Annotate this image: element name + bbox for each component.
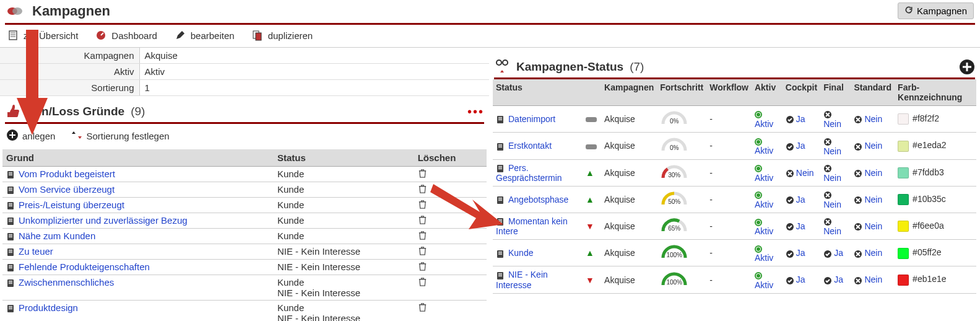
status-link[interactable]: Datenimport — [508, 114, 555, 124]
trash-icon[interactable] — [418, 278, 427, 288]
col-standard[interactable]: Standard — [851, 79, 895, 106]
toolbar-edit[interactable]: bearbeiten — [175, 30, 235, 41]
cockpit-link[interactable]: Ja — [796, 114, 805, 124]
final-link[interactable]: Nein — [823, 119, 841, 129]
final-link[interactable]: Ja — [834, 248, 843, 258]
app-logo — [6, 5, 24, 17]
table-row[interactable]: Fehlende ProdukteigenschaftenNIE - Kein … — [2, 260, 487, 275]
final-link[interactable]: Nein — [823, 200, 841, 209]
trash-icon[interactable] — [418, 216, 427, 226]
standard-link[interactable]: Nein — [864, 275, 882, 284]
table-row[interactable]: Unkomplizierter und zuverlässiger BezugK… — [2, 213, 487, 229]
final-link[interactable]: Nein — [823, 146, 841, 156]
col-grund[interactable]: Grund — [2, 149, 274, 167]
col-workflow[interactable]: Workflow — [706, 79, 752, 106]
col-loeschen[interactable]: Löschen — [414, 149, 487, 167]
col-status[interactable]: Status — [274, 149, 414, 167]
standard-link[interactable]: Nein — [864, 195, 882, 204]
add-button[interactable] — [959, 59, 975, 75]
grund-link[interactable]: Preis-/Leistung überzeugt — [19, 200, 124, 210]
col-final[interactable]: Final — [820, 79, 851, 106]
table-row[interactable]: Zu teuerNIE - Kein Interesse — [2, 244, 487, 260]
standard-link[interactable]: Nein — [864, 248, 882, 258]
trash-icon[interactable] — [418, 247, 427, 257]
trash-icon[interactable] — [418, 231, 427, 242]
grund-link[interactable]: Nähe zum Kunden — [19, 231, 95, 241]
status-link[interactable]: Erstkontakt — [508, 141, 552, 151]
status-link[interactable]: Momentan kein Intere — [496, 216, 568, 236]
cockpit-link[interactable]: Nein — [796, 168, 814, 178]
table-row[interactable]: ErstkontaktAkquise 0%-AktivJaNeinNein#e1… — [493, 133, 976, 159]
col-fortschritt[interactable]: Fortschritt — [657, 79, 706, 106]
more-icon[interactable]: ••• — [467, 105, 484, 119]
grund-link[interactable]: Zwischenmenschliches — [19, 277, 114, 288]
standard-link[interactable]: Nein — [864, 221, 882, 231]
aktiv-link[interactable]: Aktiv — [755, 200, 773, 209]
standard-link[interactable]: Nein — [864, 168, 882, 178]
status-link[interactable]: Pers. Gesprächstermin — [496, 163, 562, 183]
standard-link[interactable]: Nein — [864, 114, 882, 124]
table-row[interactable]: ProduktdesignKundeNIE - Kein Interesse — [2, 301, 487, 322]
table-row[interactable]: DatenimportAkquise 0%-AktivJaNeinNein#f8… — [493, 106, 976, 133]
toolbar-overview[interactable]: zur Übersicht — [7, 30, 78, 41]
cockpit-link[interactable]: Ja — [796, 195, 805, 204]
svg-rect-17 — [9, 190, 12, 191]
grund-link[interactable]: Zu teuer — [19, 246, 53, 257]
status-link[interactable]: Kunde — [508, 248, 533, 258]
aktiv-link[interactable]: Aktiv — [755, 173, 773, 183]
cell-grund: Vom Produkt begeistert — [2, 167, 274, 182]
col-status[interactable]: Status — [493, 79, 583, 106]
color-swatch — [898, 275, 909, 286]
cell-color: #7fddb3 — [895, 159, 976, 186]
trash-icon[interactable] — [418, 185, 427, 195]
cockpit-link[interactable]: Ja — [796, 248, 805, 258]
final-link[interactable]: Ja — [834, 275, 843, 284]
grund-link[interactable]: Vom Produkt begeistert — [19, 169, 115, 179]
col-farb[interactable]: Farb-Kennzeichnung — [895, 79, 976, 106]
grund-link[interactable]: Produktdesign — [19, 302, 78, 313]
cockpit-link[interactable]: Ja — [796, 141, 805, 151]
sortierung-button[interactable]: Sortierung festlegen — [71, 130, 169, 143]
col-aktiv[interactable]: Aktiv — [752, 79, 783, 106]
aktiv-link[interactable]: Aktiv — [755, 119, 773, 129]
table-row[interactable]: Vom Service überzeugtKunde — [2, 182, 487, 198]
table-row[interactable]: Angebotsphase▲Akquise 50%-AktivJaNeinNei… — [493, 186, 976, 213]
trash-icon[interactable] — [418, 200, 427, 211]
grund-link[interactable]: Fehlende Produkteigenschaften — [19, 262, 150, 272]
status-link[interactable]: Angebotsphase — [508, 195, 568, 204]
table-row[interactable]: Nähe zum KundenKunde — [2, 229, 487, 244]
table-row[interactable]: Pers. Gesprächstermin▲Akquise 30%-AktivN… — [493, 159, 976, 186]
final-link[interactable]: Nein — [823, 226, 841, 236]
cockpit-link[interactable]: Ja — [796, 275, 805, 284]
col-cockpit[interactable]: Cockpit — [783, 79, 820, 106]
trash-icon[interactable] — [418, 303, 427, 314]
aktiv-link[interactable]: Aktiv — [755, 253, 773, 263]
cell-workflow: - — [706, 159, 752, 186]
toolbar-duplicate[interactable]: duplizieren — [252, 30, 313, 41]
aktiv-link[interactable]: Aktiv — [755, 280, 773, 290]
table-row[interactable]: Vom Produkt begeistertKunde — [2, 167, 487, 182]
arrow-up-icon: ▲ — [586, 248, 594, 258]
grund-link[interactable]: Vom Service überzeugt — [19, 184, 115, 195]
grund-link[interactable]: Unkomplizierter und zuverlässiger Bezug — [19, 215, 188, 226]
standard-link[interactable]: Nein — [864, 141, 882, 151]
table-row[interactable]: Preis-/Leistung überzeugtKunde — [2, 198, 487, 213]
progress-gauge: 100% — [660, 245, 688, 258]
table-row[interactable]: Momentan kein Intere▼Akquise 65%-AktivJa… — [493, 213, 976, 240]
progress-gauge: 30% — [660, 165, 688, 178]
refresh-button[interactable]: Kampagnen — [898, 2, 974, 19]
table-row[interactable]: ZwischenmenschlichesKundeNIE - Kein Inte… — [2, 275, 487, 301]
aktiv-link[interactable]: Aktiv — [755, 226, 773, 236]
final-link[interactable]: Nein — [823, 173, 841, 183]
cockpit-link[interactable]: Ja — [796, 221, 805, 231]
note-icon — [6, 186, 15, 195]
toolbar-dashboard[interactable]: Dashboard — [95, 30, 157, 41]
trash-icon[interactable] — [418, 169, 427, 180]
trash-icon[interactable] — [418, 262, 427, 273]
aktiv-link[interactable]: Aktiv — [755, 146, 773, 156]
col-kampagnen[interactable]: Kampagnen — [601, 79, 657, 106]
table-row[interactable]: NIE - Kein Interesse▼Akquise 100%-AktivJ… — [493, 266, 976, 293]
anlegen-button[interactable]: anlegen — [6, 129, 55, 143]
table-row[interactable]: Kunde▲Akquise 100%-AktivJaJaNein#05ff2e — [493, 240, 976, 266]
cell-direction: ▼ — [583, 213, 601, 240]
